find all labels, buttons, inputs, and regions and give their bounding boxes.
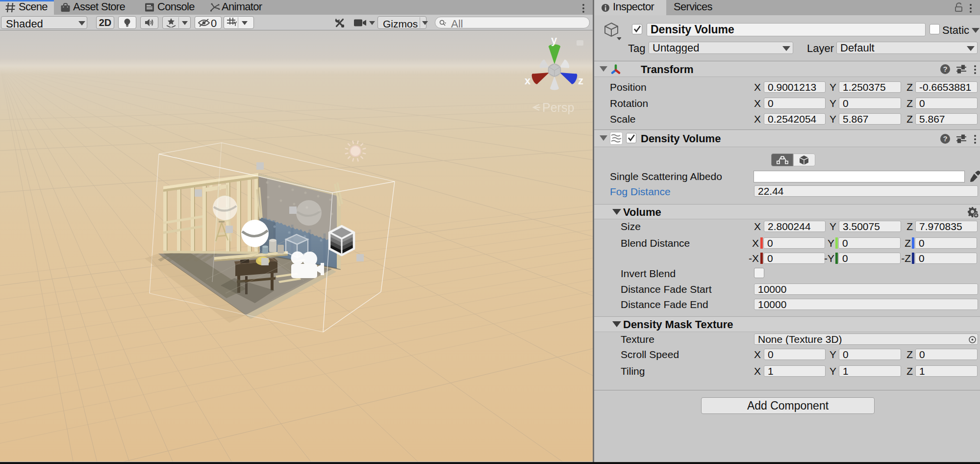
svg-text:Persp: Persp [542, 101, 574, 114]
svg-text:z: z [578, 75, 583, 87]
svg-text:x: x [525, 75, 531, 87]
svg-text:?: ? [943, 134, 947, 143]
svg-text:y: y [551, 34, 557, 46]
svg-text:?: ? [943, 65, 947, 73]
